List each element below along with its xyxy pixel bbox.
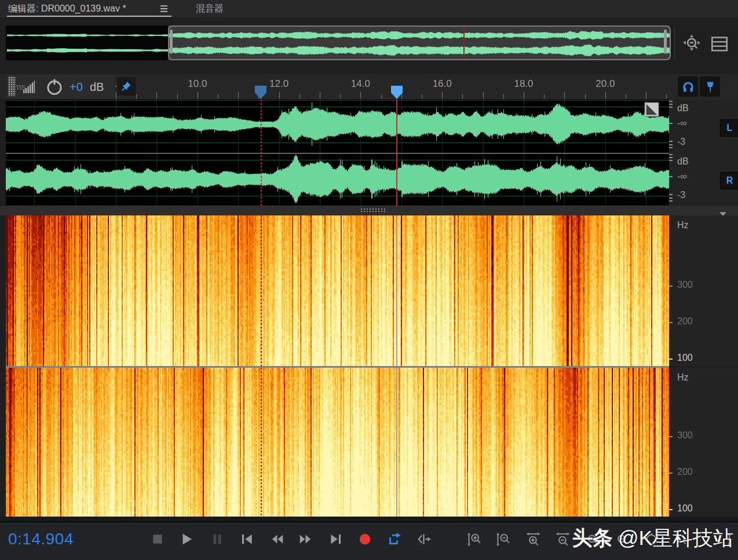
rewind-button[interactable] — [268, 530, 286, 548]
ruler-tick — [442, 92, 443, 98]
pause-button[interactable] — [209, 530, 226, 548]
waveform-editor-pane[interactable] — [6, 100, 669, 206]
pane-divider[interactable] — [0, 206, 738, 215]
pin-hud-button[interactable] — [116, 76, 136, 96]
db-scale-tick — [669, 200, 673, 202]
playhead-line[interactable] — [396, 368, 397, 517]
spectrogram-pane-right[interactable] — [6, 368, 669, 517]
hud-drag-grip[interactable] — [8, 76, 16, 96]
spectrogram-canvas-right[interactable] — [6, 368, 669, 517]
ruler-tick — [238, 92, 239, 98]
ruler-tick — [340, 94, 341, 98]
frequency-scale-ruler-right[interactable]: Hz300200100 — [669, 368, 738, 517]
db-scale-label: -∞ — [677, 118, 687, 129]
db-scale-label: -3 — [677, 137, 685, 147]
ruler-tick — [564, 92, 565, 98]
record-button[interactable] — [356, 530, 374, 548]
skip-to-start-button[interactable] — [238, 530, 255, 548]
hz-scale-tick — [669, 436, 673, 437]
db-scale-tick — [669, 101, 673, 102]
horizontal-scrollbar-track[interactable] — [0, 517, 738, 521]
ruler-tick — [320, 92, 320, 98]
fade-out-handle[interactable] — [644, 102, 659, 117]
view-range-left-handle[interactable] — [170, 30, 173, 54]
channel-r-button[interactable]: R — [720, 172, 738, 189]
panel-menu-icon[interactable] — [159, 4, 169, 16]
monitor-headphones-button[interactable] — [678, 76, 698, 97]
spectrogram-canvas-left[interactable] — [6, 215, 669, 366]
db-scale-label: dB — [677, 156, 689, 167]
tab-mixer[interactable]: 混音器 — [196, 3, 224, 15]
ruler-time-label: 16.0 — [433, 78, 452, 90]
ruler-tick — [544, 94, 545, 98]
ruler-tick — [626, 94, 626, 98]
hz-scale-label: 100 — [677, 503, 693, 514]
frequency-scale-ruler-left[interactable]: Hz300200100 — [669, 215, 738, 366]
move-playhead-button[interactable] — [415, 530, 433, 548]
hz-scale-label: 300 — [677, 280, 693, 290]
hz-scale-tick — [669, 358, 673, 360]
view-range-right-handle[interactable] — [664, 30, 667, 54]
db-scale-label: -3 — [677, 190, 685, 200]
play-button[interactable] — [178, 530, 195, 548]
hz-scale-label: 200 — [677, 316, 693, 327]
time-display[interactable]: 0:14.904 — [8, 530, 74, 548]
zoom-out-vertical-button[interactable] — [494, 530, 512, 548]
zoom-in-vertical-button[interactable] — [465, 530, 483, 548]
db-scale-tick — [669, 107, 673, 108]
ruler-time-label: 18.0 — [514, 78, 533, 90]
db-scale-label: -∞ — [677, 171, 687, 182]
db-scale-tick — [669, 104, 673, 105]
overview-waveform-strip[interactable] — [6, 25, 670, 60]
db-scale-tick — [669, 147, 673, 148]
ruler-tick — [666, 94, 667, 98]
db-scale-tick — [669, 157, 673, 158]
skip-to-end-button[interactable] — [327, 530, 345, 548]
ruler-tick — [218, 94, 218, 98]
level-meter-icon[interactable] — [21, 79, 38, 97]
ruler-tick — [605, 92, 606, 98]
divider-grip[interactable] — [361, 208, 386, 210]
ruler-tick — [462, 94, 463, 98]
tab-editor[interactable]: 编辑器: DR0000_0139.wav * — [8, 3, 126, 15]
ruler-tick — [585, 94, 586, 98]
overview-waveform-canvas[interactable] — [6, 25, 670, 60]
paddle-pin-button[interactable] — [700, 76, 720, 97]
zoom-in-horizontal-button[interactable] — [524, 530, 542, 548]
gain-value[interactable]: +0 — [70, 80, 83, 94]
zoom-navigate-icon[interactable] — [681, 34, 702, 57]
fast-forward-button[interactable] — [297, 530, 315, 548]
ruler-time-label: 12.0 — [269, 78, 288, 90]
channel-l-button[interactable]: L — [720, 119, 738, 137]
db-scale-tick — [669, 141, 673, 142]
spectrogram-pane-left[interactable] — [6, 215, 669, 366]
ruler-tick — [503, 94, 504, 98]
watermark: 头条 @K星科技站 — [572, 525, 733, 552]
ruler-tick — [524, 92, 524, 98]
playhead-line[interactable] — [396, 100, 397, 206]
gain-knob-icon[interactable] — [45, 78, 64, 98]
active-tab-underline — [7, 16, 171, 17]
overview-separator — [674, 27, 675, 59]
overview-playhead[interactable] — [463, 27, 465, 59]
hz-scale-unit: Hz — [677, 220, 689, 230]
marker-line-dotted — [261, 368, 262, 517]
hz-scale-label: 300 — [677, 430, 693, 441]
timeline-ruler[interactable]: 8.010.012.014.016.018.020.0 ms +0 dB — [0, 74, 738, 100]
timeline-marker[interactable] — [255, 86, 266, 99]
audio-editor-window: 编辑器: DR0000_0139.wav * 混音器 — [0, 0, 738, 560]
hz-scale-tick — [669, 286, 673, 287]
display-mode-list-icon[interactable] — [709, 34, 730, 57]
waveform-canvas[interactable] — [6, 100, 669, 206]
zoom-out-horizontal-button[interactable] — [554, 530, 571, 548]
amplitude-scale-ruler[interactable]: dB-∞-3LdB-∞-3R — [669, 100, 738, 206]
ruler-tick — [646, 92, 646, 98]
watermark-handle: @K星科技站 — [612, 526, 733, 549]
divider-grip[interactable] — [361, 211, 386, 212]
loop-playback-button[interactable] — [386, 530, 403, 548]
stop-button[interactable] — [149, 530, 166, 548]
transport-bar: 0:14.904 — [0, 521, 738, 560]
playhead-line[interactable] — [396, 215, 397, 366]
hz-scale-tick — [669, 322, 673, 323]
ruler-tick — [299, 94, 300, 98]
